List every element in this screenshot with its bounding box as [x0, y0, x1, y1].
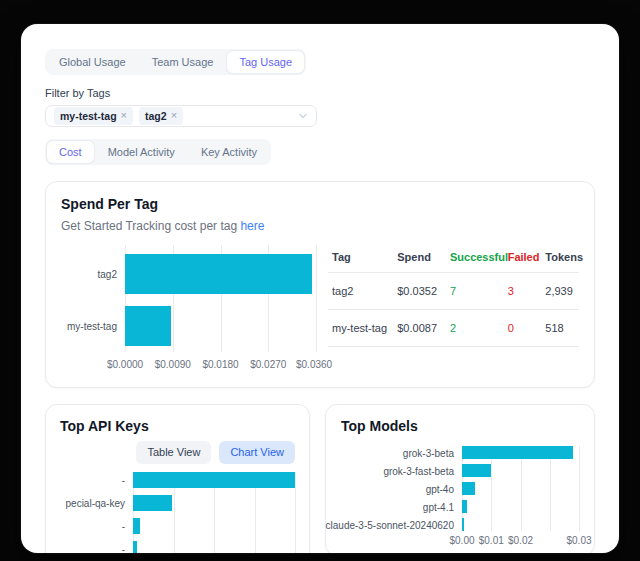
x-tick-label: $0.0180	[202, 359, 238, 370]
tab-cost[interactable]: Cost	[47, 141, 94, 163]
chart-row: gpt-4o	[462, 482, 579, 495]
chart-row: -	[133, 518, 295, 534]
get-started-link[interactable]: here	[240, 219, 264, 233]
y-axis-label: tag2	[98, 269, 117, 280]
cell-tag: my-test-tag	[328, 310, 393, 347]
tab-model-activity[interactable]: Model Activity	[96, 141, 187, 163]
bar	[462, 500, 467, 513]
filter-by-tags-label: Filter by Tags	[45, 87, 595, 99]
y-axis-label: gpt-4.1	[423, 501, 454, 512]
chart-view-button[interactable]: Chart View	[219, 441, 295, 464]
top-models-chart: grok-3-beta grok-3-fast-beta gpt-4o gpt-…	[462, 446, 579, 531]
gridline	[316, 245, 317, 352]
tab-tag-usage[interactable]: Tag Usage	[227, 51, 304, 73]
cell-tokens: 518	[541, 310, 579, 347]
tab-team-usage[interactable]: Team Usage	[140, 51, 226, 73]
tag-filter-select[interactable]: my-test-tag × tag2 ×	[45, 105, 317, 127]
x-tick-label: $0.03	[566, 535, 591, 546]
cell-tag: tag2	[328, 273, 393, 310]
y-axis-label: -	[122, 521, 125, 532]
cell-successful: 2	[446, 310, 504, 347]
tab-key-activity[interactable]: Key Activity	[189, 141, 269, 163]
bar	[462, 446, 573, 459]
top-models-card: Top Models grok-3-beta grok-3-fast-beta …	[325, 404, 595, 553]
bar	[125, 254, 312, 294]
top-api-keys-card: Top API Keys Table View Chart View - pec…	[45, 404, 310, 553]
tab-global-usage[interactable]: Global Usage	[47, 51, 138, 73]
cell-successful: 7	[446, 273, 504, 310]
x-tick-label: $0.0000	[107, 359, 143, 370]
y-axis-label: -	[122, 475, 125, 486]
chevron-down-icon[interactable]	[298, 111, 308, 121]
bar	[133, 518, 140, 534]
cell-spend: $0.0352	[393, 273, 446, 310]
x-tick-label: $0.0360	[296, 359, 332, 370]
y-axis-label: my-test-tag	[67, 321, 117, 332]
top-models-title: Top Models	[341, 418, 579, 434]
table-row: my-test-tag $0.0087 2 0 518	[328, 310, 579, 347]
subtitle-text: Get Started Tracking cost per tag	[61, 219, 237, 233]
x-tick-label: $0.0090	[155, 359, 191, 370]
gridline	[295, 472, 296, 553]
y-axis-label: claude-3-5-sonnet-20240620	[326, 519, 454, 530]
table-view-button[interactable]: Table View	[136, 441, 211, 464]
bar	[133, 495, 172, 511]
col-header-tokens: Tokens	[541, 245, 579, 273]
spend-per-tag-subtitle: Get Started Tracking cost per tag here	[61, 219, 579, 233]
x-axis: $0.00 $0.01 $0.02 $0.03	[462, 535, 579, 548]
close-icon[interactable]: ×	[121, 108, 127, 123]
chart-row: my-test-tag	[125, 306, 316, 346]
chart-row: claude-3-5-sonnet-20240620	[462, 518, 579, 531]
y-axis-label: grok-3-fast-beta	[383, 465, 454, 476]
app-window: Global Usage Team Usage Tag Usage Filter…	[21, 24, 619, 553]
bar	[133, 541, 137, 553]
col-header-successful: Successful	[446, 245, 504, 273]
chart-row: grok-3-fast-beta	[462, 464, 579, 477]
y-axis-label: gpt-4o	[426, 483, 454, 494]
chart-row: grok-3-beta	[462, 446, 579, 459]
view-tablist: Cost Model Activity Key Activity	[45, 139, 271, 165]
y-axis-label: pecial-qa-key	[66, 498, 125, 509]
x-tick-label: $0.01	[479, 535, 504, 546]
tag-chip-label: my-test-tag	[60, 109, 117, 124]
spend-per-tag-title: Spend Per Tag	[61, 196, 579, 212]
table-row: tag2 $0.0352 7 3 2,939	[328, 273, 579, 310]
cell-tokens: 2,939	[541, 273, 579, 310]
gridline	[579, 446, 580, 531]
usage-tablist: Global Usage Team Usage Tag Usage	[45, 49, 306, 75]
bar	[133, 472, 295, 488]
top-api-keys-title: Top API Keys	[60, 418, 295, 434]
y-axis-label: -	[122, 544, 125, 553]
chart-row: tag2	[125, 254, 316, 294]
close-icon[interactable]: ×	[171, 108, 177, 123]
cell-failed: 0	[504, 310, 542, 347]
spend-per-tag-card: Spend Per Tag Get Started Tracking cost …	[45, 181, 595, 388]
x-tick-label: $0.00	[449, 535, 474, 546]
x-tick-label: $0.02	[508, 535, 533, 546]
col-header-failed: Failed	[504, 245, 542, 273]
cell-spend: $0.0087	[393, 310, 446, 347]
tag-chip: tag2 ×	[139, 107, 183, 124]
tag-chip: my-test-tag ×	[54, 107, 133, 124]
spend-per-tag-table: Tag Spend Successful Failed Tokens tag2 …	[328, 245, 579, 372]
bar	[462, 464, 491, 477]
chart-row: pecial-qa-key	[133, 495, 295, 511]
x-axis: $0.0000 $0.0090 $0.0180 $0.0270 $0.0360	[125, 359, 316, 372]
bar	[125, 306, 171, 346]
chart-row: gpt-4.1	[462, 500, 579, 513]
spend-per-tag-chart: tag2 my-test-tag $0.0000 $0.0090 $0.0180…	[61, 245, 316, 372]
bar	[462, 482, 475, 495]
chart-row: -	[133, 541, 295, 553]
chart-row: -	[133, 472, 295, 488]
bar	[462, 518, 464, 531]
tag-chip-label: tag2	[145, 109, 167, 124]
col-header-tag: Tag	[328, 245, 393, 273]
top-api-keys-chart: - pecial-qa-key - - -	[133, 472, 295, 553]
cell-failed: 3	[504, 273, 542, 310]
col-header-spend: Spend	[393, 245, 446, 273]
x-tick-label: $0.0270	[250, 359, 286, 370]
y-axis-label: grok-3-beta	[403, 447, 454, 458]
